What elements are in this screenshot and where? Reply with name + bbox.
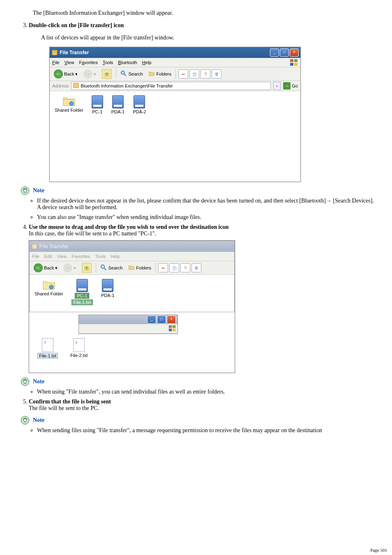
svg-line-6 <box>124 74 126 76</box>
go-arrow-icon: → <box>283 82 291 90</box>
menu-edit[interactable]: Edit <box>44 254 52 259</box>
view-list-button[interactable]: ≣ <box>212 69 221 78</box>
address-icon <box>73 83 79 89</box>
note-icon <box>21 416 30 425</box>
app-icon <box>51 49 58 56</box>
svg-rect-17 <box>169 329 172 331</box>
view-thumbnails-button[interactable]: ▪▪ <box>158 263 168 272</box>
dropdown-arrow-icon: ▾ <box>74 265 76 271</box>
device-icon <box>112 95 124 108</box>
folders-button[interactable]: Folders <box>147 69 173 78</box>
menu-bluetooth[interactable]: Bluetooth <box>118 60 137 65</box>
screenshot-file-transfer-1: File Transfer _ □ × File View Favorites … <box>49 47 301 182</box>
search-button[interactable]: Search <box>99 263 124 272</box>
separator <box>175 69 176 79</box>
svg-rect-7 <box>74 83 78 88</box>
svg-rect-18 <box>173 329 175 331</box>
menu-favorites[interactable]: Favorites <box>71 254 90 259</box>
minimize-button[interactable]: _ <box>270 48 279 57</box>
view-icons-button[interactable]: ⠿ <box>201 69 210 78</box>
close-button[interactable]: × <box>167 315 176 324</box>
file1-item-selected[interactable]: File-1.txt <box>37 338 58 367</box>
sub-titlebar[interactable]: _ □ × <box>79 315 178 324</box>
view-thumbnails-button[interactable]: ▪▪ <box>178 69 188 78</box>
pc1-item[interactable]: PC-1 <box>92 95 103 177</box>
note-header: Note <box>21 377 380 386</box>
maximize-button[interactable]: □ <box>280 48 289 57</box>
menu-file[interactable]: File <box>32 254 39 259</box>
back-button[interactable]: ← Back ▾ <box>52 69 79 79</box>
back-arrow-icon: ← <box>54 69 63 78</box>
menu-help[interactable]: Help <box>111 254 120 259</box>
close-button[interactable]: × <box>290 48 299 57</box>
pda1-item[interactable]: PDA-1 <box>111 95 125 177</box>
forward-button[interactable]: → ▾ <box>62 263 78 273</box>
address-dropdown[interactable]: ⌄ <box>273 82 281 90</box>
pda1-item[interactable]: PDA-1 <box>101 279 114 308</box>
svg-point-10 <box>24 189 26 192</box>
menu-favorites[interactable]: Favorites <box>79 60 97 65</box>
note-header: Note <box>21 416 380 425</box>
step-3: Double-click on the [File transfer] icon… <box>29 22 380 182</box>
source-folder-window: _ □ × <box>78 315 178 334</box>
note-label: Note <box>33 187 44 194</box>
toolbar: ← Back ▾ → ▾ <box>30 261 234 275</box>
svg-rect-4 <box>294 63 297 66</box>
view-list-button[interactable]: ≣ <box>191 263 201 272</box>
note-label: Note <box>33 378 44 385</box>
menu-file[interactable]: File <box>52 60 60 65</box>
svg-rect-1 <box>290 59 293 62</box>
up-folder-icon <box>82 263 92 273</box>
up-folder-icon <box>102 69 112 79</box>
step4-heading: Use the mouse to drag and drop the file … <box>29 224 228 230</box>
shared-folder-item[interactable]: Shared Folder <box>35 279 63 308</box>
note-header: Note <box>21 186 380 195</box>
dropdown-arrow-icon: ▾ <box>94 71 96 77</box>
window-title: File Transfer <box>39 244 233 249</box>
svg-point-5 <box>121 71 125 74</box>
view-tiles-button[interactable]: ◫ <box>189 69 199 78</box>
up-button[interactable] <box>80 262 93 274</box>
search-button[interactable]: Search <box>119 69 144 78</box>
shared-folder-item[interactable]: Shared Folder <box>55 95 83 177</box>
file2-item[interactable]: File-2.txt <box>70 338 88 367</box>
step5-heading: Confirm that the file is being sent <box>29 398 111 405</box>
up-button[interactable] <box>100 68 113 80</box>
file-listing: Shared Folder PC-1 PDA-1 PDA-2 <box>50 91 300 182</box>
separator <box>96 263 96 273</box>
device-icon <box>134 95 145 108</box>
maximize-button[interactable]: □ <box>157 315 166 324</box>
svg-rect-16 <box>173 325 175 328</box>
view-tiles-button[interactable]: ◫ <box>169 263 179 272</box>
note4-item-a: When using "File transfer", you can send… <box>37 389 380 395</box>
menu-view[interactable]: View <box>65 60 74 65</box>
menu-tools[interactable]: Tools <box>103 60 113 65</box>
minimize-button[interactable]: _ <box>147 315 156 324</box>
forward-button[interactable]: → ▾ <box>82 69 98 79</box>
titlebar-inactive[interactable]: File Transfer <box>30 241 234 252</box>
menu-view[interactable]: View <box>57 254 67 259</box>
pda2-item[interactable]: PDA-2 <box>133 95 146 177</box>
folder-icon <box>62 95 76 107</box>
back-button[interactable]: ← Back ▾ <box>32 263 59 273</box>
view-icons-button[interactable]: ⠿ <box>180 263 190 272</box>
note-icon <box>21 377 30 386</box>
address-field[interactable]: Bluetooth Information Exchanger\File Tra… <box>71 82 271 90</box>
titlebar[interactable]: File Transfer _ □ × <box>50 47 300 58</box>
forward-arrow-icon: → <box>83 69 92 78</box>
menu-help[interactable]: Help <box>142 60 152 65</box>
dropdown-arrow-icon: ▾ <box>75 71 78 77</box>
go-button[interactable]: → Go <box>283 82 298 90</box>
folders-button[interactable]: Folders <box>127 263 153 272</box>
svg-rect-3 <box>290 63 293 66</box>
address-label: Address <box>52 83 69 88</box>
device-icon <box>92 95 103 108</box>
svg-line-13 <box>104 268 106 270</box>
note-label: Note <box>33 417 44 424</box>
pc1-item-selected[interactable]: PC-1 File-1.txt <box>71 279 93 308</box>
forward-arrow-icon: → <box>63 263 72 272</box>
step3-heading: Double-click on the [File transfer] icon <box>29 22 124 28</box>
separator <box>116 69 116 79</box>
menu-tools[interactable]: Tools <box>95 254 106 259</box>
search-icon <box>100 264 107 272</box>
